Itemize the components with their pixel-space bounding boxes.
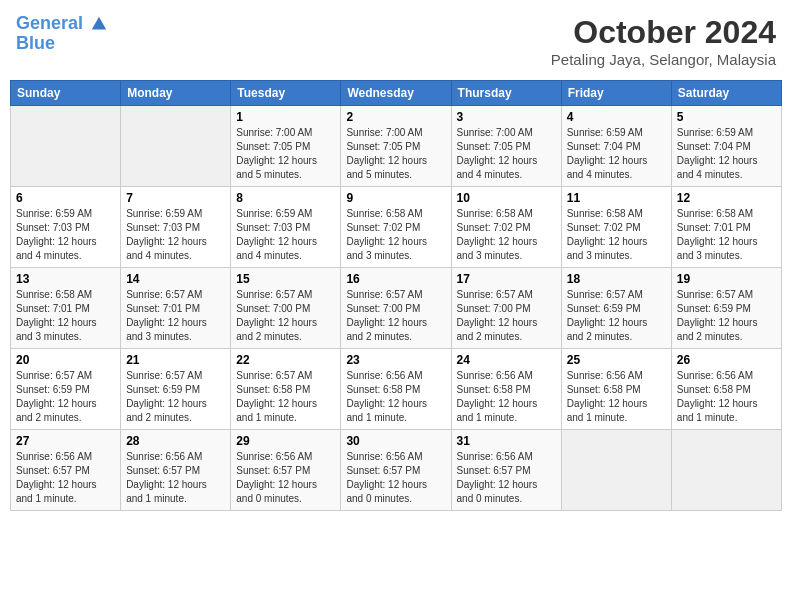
day-detail: Sunrise: 6:58 AM Sunset: 7:02 PM Dayligh… [567, 207, 666, 263]
day-detail: Sunrise: 6:59 AM Sunset: 7:04 PM Dayligh… [567, 126, 666, 182]
logo-blue: Blue [16, 34, 108, 54]
day-detail: Sunrise: 6:56 AM Sunset: 6:58 PM Dayligh… [346, 369, 445, 425]
day-detail: Sunrise: 6:58 AM Sunset: 7:02 PM Dayligh… [457, 207, 556, 263]
day-number: 9 [346, 191, 445, 205]
calendar-cell: 18Sunrise: 6:57 AM Sunset: 6:59 PM Dayli… [561, 268, 671, 349]
day-number: 26 [677, 353, 776, 367]
day-number: 17 [457, 272, 556, 286]
day-number: 25 [567, 353, 666, 367]
day-number: 16 [346, 272, 445, 286]
day-detail: Sunrise: 6:56 AM Sunset: 6:58 PM Dayligh… [567, 369, 666, 425]
calendar-cell: 13Sunrise: 6:58 AM Sunset: 7:01 PM Dayli… [11, 268, 121, 349]
day-detail: Sunrise: 6:57 AM Sunset: 7:01 PM Dayligh… [126, 288, 225, 344]
calendar-cell: 16Sunrise: 6:57 AM Sunset: 7:00 PM Dayli… [341, 268, 451, 349]
day-detail: Sunrise: 6:56 AM Sunset: 6:57 PM Dayligh… [16, 450, 115, 506]
calendar-cell: 1Sunrise: 7:00 AM Sunset: 7:05 PM Daylig… [231, 106, 341, 187]
day-detail: Sunrise: 6:57 AM Sunset: 6:59 PM Dayligh… [16, 369, 115, 425]
day-number: 30 [346, 434, 445, 448]
calendar-week-2: 13Sunrise: 6:58 AM Sunset: 7:01 PM Dayli… [11, 268, 782, 349]
calendar-cell: 24Sunrise: 6:56 AM Sunset: 6:58 PM Dayli… [451, 349, 561, 430]
day-number: 27 [16, 434, 115, 448]
calendar-cell: 19Sunrise: 6:57 AM Sunset: 6:59 PM Dayli… [671, 268, 781, 349]
column-header-sunday: Sunday [11, 81, 121, 106]
day-detail: Sunrise: 6:57 AM Sunset: 7:00 PM Dayligh… [236, 288, 335, 344]
day-detail: Sunrise: 6:57 AM Sunset: 6:59 PM Dayligh… [567, 288, 666, 344]
day-detail: Sunrise: 6:58 AM Sunset: 7:01 PM Dayligh… [677, 207, 776, 263]
calendar-week-4: 27Sunrise: 6:56 AM Sunset: 6:57 PM Dayli… [11, 430, 782, 511]
day-number: 31 [457, 434, 556, 448]
calendar-header-row: SundayMondayTuesdayWednesdayThursdayFrid… [11, 81, 782, 106]
calendar-cell: 23Sunrise: 6:56 AM Sunset: 6:58 PM Dayli… [341, 349, 451, 430]
day-number: 28 [126, 434, 225, 448]
day-number: 8 [236, 191, 335, 205]
day-number: 12 [677, 191, 776, 205]
calendar-cell: 15Sunrise: 6:57 AM Sunset: 7:00 PM Dayli… [231, 268, 341, 349]
location-title: Petaling Jaya, Selangor, Malaysia [551, 51, 776, 68]
day-detail: Sunrise: 6:57 AM Sunset: 6:58 PM Dayligh… [236, 369, 335, 425]
day-detail: Sunrise: 6:57 AM Sunset: 6:59 PM Dayligh… [126, 369, 225, 425]
day-number: 24 [457, 353, 556, 367]
calendar-cell [561, 430, 671, 511]
calendar-cell: 12Sunrise: 6:58 AM Sunset: 7:01 PM Dayli… [671, 187, 781, 268]
calendar-cell: 5Sunrise: 6:59 AM Sunset: 7:04 PM Daylig… [671, 106, 781, 187]
calendar-cell: 31Sunrise: 6:56 AM Sunset: 6:57 PM Dayli… [451, 430, 561, 511]
day-number: 18 [567, 272, 666, 286]
calendar-cell: 27Sunrise: 6:56 AM Sunset: 6:57 PM Dayli… [11, 430, 121, 511]
calendar-week-1: 6Sunrise: 6:59 AM Sunset: 7:03 PM Daylig… [11, 187, 782, 268]
calendar-cell: 30Sunrise: 6:56 AM Sunset: 6:57 PM Dayli… [341, 430, 451, 511]
day-detail: Sunrise: 7:00 AM Sunset: 7:05 PM Dayligh… [457, 126, 556, 182]
day-number: 11 [567, 191, 666, 205]
day-detail: Sunrise: 6:56 AM Sunset: 6:57 PM Dayligh… [346, 450, 445, 506]
day-detail: Sunrise: 6:56 AM Sunset: 6:57 PM Dayligh… [126, 450, 225, 506]
day-number: 6 [16, 191, 115, 205]
svg-marker-0 [92, 17, 106, 30]
day-detail: Sunrise: 6:56 AM Sunset: 6:58 PM Dayligh… [677, 369, 776, 425]
day-detail: Sunrise: 6:56 AM Sunset: 6:57 PM Dayligh… [457, 450, 556, 506]
day-number: 10 [457, 191, 556, 205]
calendar-cell: 11Sunrise: 6:58 AM Sunset: 7:02 PM Dayli… [561, 187, 671, 268]
calendar-table: SundayMondayTuesdayWednesdayThursdayFrid… [10, 80, 782, 511]
calendar-cell: 8Sunrise: 6:59 AM Sunset: 7:03 PM Daylig… [231, 187, 341, 268]
calendar-cell: 28Sunrise: 6:56 AM Sunset: 6:57 PM Dayli… [121, 430, 231, 511]
day-number: 13 [16, 272, 115, 286]
title-block: October 2024 Petaling Jaya, Selangor, Ma… [551, 14, 776, 68]
calendar-cell [11, 106, 121, 187]
day-detail: Sunrise: 6:59 AM Sunset: 7:03 PM Dayligh… [236, 207, 335, 263]
calendar-cell: 26Sunrise: 6:56 AM Sunset: 6:58 PM Dayli… [671, 349, 781, 430]
day-number: 21 [126, 353, 225, 367]
calendar-cell: 20Sunrise: 6:57 AM Sunset: 6:59 PM Dayli… [11, 349, 121, 430]
calendar-cell: 4Sunrise: 6:59 AM Sunset: 7:04 PM Daylig… [561, 106, 671, 187]
calendar-cell [671, 430, 781, 511]
day-number: 19 [677, 272, 776, 286]
column-header-monday: Monday [121, 81, 231, 106]
calendar-cell: 9Sunrise: 6:58 AM Sunset: 7:02 PM Daylig… [341, 187, 451, 268]
calendar-cell: 6Sunrise: 6:59 AM Sunset: 7:03 PM Daylig… [11, 187, 121, 268]
calendar-cell: 3Sunrise: 7:00 AM Sunset: 7:05 PM Daylig… [451, 106, 561, 187]
day-detail: Sunrise: 6:57 AM Sunset: 6:59 PM Dayligh… [677, 288, 776, 344]
calendar-cell: 10Sunrise: 6:58 AM Sunset: 7:02 PM Dayli… [451, 187, 561, 268]
day-detail: Sunrise: 6:57 AM Sunset: 7:00 PM Dayligh… [457, 288, 556, 344]
calendar-cell [121, 106, 231, 187]
day-detail: Sunrise: 6:58 AM Sunset: 7:01 PM Dayligh… [16, 288, 115, 344]
calendar-cell: 7Sunrise: 6:59 AM Sunset: 7:03 PM Daylig… [121, 187, 231, 268]
day-number: 7 [126, 191, 225, 205]
column-header-friday: Friday [561, 81, 671, 106]
day-detail: Sunrise: 6:58 AM Sunset: 7:02 PM Dayligh… [346, 207, 445, 263]
logo: General Blue [16, 14, 108, 54]
logo-text: General [16, 14, 108, 34]
day-number: 15 [236, 272, 335, 286]
day-detail: Sunrise: 7:00 AM Sunset: 7:05 PM Dayligh… [236, 126, 335, 182]
day-detail: Sunrise: 6:56 AM Sunset: 6:57 PM Dayligh… [236, 450, 335, 506]
day-detail: Sunrise: 7:00 AM Sunset: 7:05 PM Dayligh… [346, 126, 445, 182]
calendar-week-3: 20Sunrise: 6:57 AM Sunset: 6:59 PM Dayli… [11, 349, 782, 430]
day-detail: Sunrise: 6:56 AM Sunset: 6:58 PM Dayligh… [457, 369, 556, 425]
column-header-thursday: Thursday [451, 81, 561, 106]
day-number: 4 [567, 110, 666, 124]
day-number: 5 [677, 110, 776, 124]
day-detail: Sunrise: 6:59 AM Sunset: 7:04 PM Dayligh… [677, 126, 776, 182]
day-number: 3 [457, 110, 556, 124]
column-header-wednesday: Wednesday [341, 81, 451, 106]
day-number: 20 [16, 353, 115, 367]
calendar-cell: 25Sunrise: 6:56 AM Sunset: 6:58 PM Dayli… [561, 349, 671, 430]
page-header: General Blue October 2024 Petaling Jaya,… [10, 10, 782, 72]
